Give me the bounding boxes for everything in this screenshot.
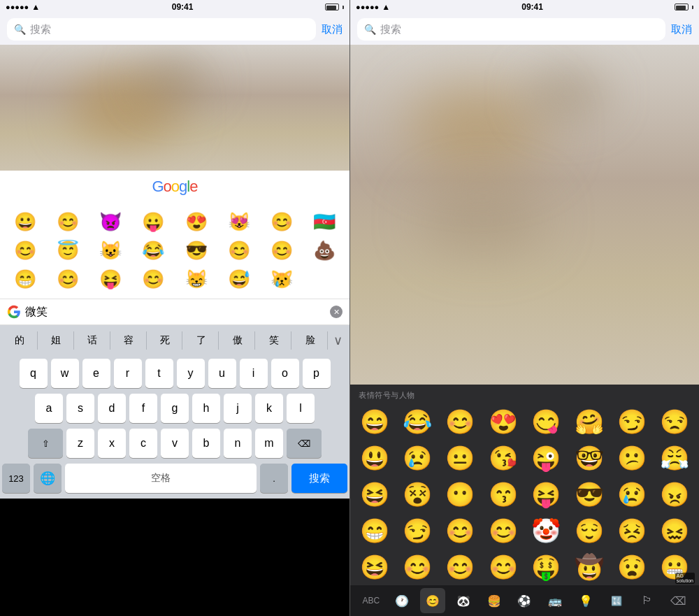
emoji-suggest-10[interactable]: 😇 (47, 237, 88, 264)
shift-key[interactable]: ⇧ (28, 429, 63, 458)
key-x[interactable]: x (98, 429, 126, 458)
emoji-cell-1[interactable]: 😄 (353, 403, 396, 440)
emoji-tb-recent[interactable]: 🕐 (389, 588, 415, 613)
left-search-box[interactable]: 🔍 搜索 (7, 18, 316, 41)
left-cancel-button[interactable]: 取消 (322, 23, 343, 36)
emoji-cell-36[interactable]: 😊 (482, 549, 524, 585)
right-search-box[interactable]: 🔍 搜索 (357, 18, 665, 41)
key-a[interactable]: a (35, 394, 63, 423)
emoji-suggest-9[interactable]: 😊 (4, 237, 45, 264)
emoji-tb-objects[interactable]: 💡 (573, 588, 598, 613)
key-q[interactable]: q (20, 359, 48, 388)
search-key[interactable]: 搜索 (291, 464, 347, 493)
emoji-suggest-3[interactable]: 👿 (90, 208, 131, 236)
key-n[interactable]: n (224, 429, 252, 458)
emoji-cell-38[interactable]: 🤠 (568, 549, 610, 585)
emoji-tb-animal[interactable]: 🐼 (451, 588, 476, 613)
pred-word-8[interactable]: 笑 (257, 331, 291, 350)
emoji-cell-33[interactable]: 😆 (353, 549, 396, 585)
pred-word-1[interactable]: 的 (3, 331, 38, 350)
key-m[interactable]: m (255, 429, 283, 458)
emoji-suggest-17[interactable]: 😁 (4, 266, 45, 293)
emoji-suggest-12[interactable]: 😂 (133, 237, 174, 264)
emoji-suggest-14[interactable]: 😊 (218, 237, 259, 264)
emoji-suggest-18[interactable]: 😊 (47, 266, 88, 293)
emoji-cell-9[interactable]: 😃 (353, 440, 396, 476)
emoji-cell-4[interactable]: 😍 (482, 403, 524, 440)
emoji-cell-13[interactable]: 😜 (525, 440, 568, 476)
emoji-cell-28[interactable]: 😊 (482, 513, 524, 549)
emoji-suggest-7[interactable]: 😊 (261, 208, 303, 236)
emoji-suggest-6[interactable]: 😻 (218, 208, 259, 236)
emoji-cell-19[interactable]: 😶 (439, 476, 482, 513)
emoji-cell-5[interactable]: 😋 (525, 403, 568, 440)
delete-key[interactable]: ⌫ (287, 429, 322, 458)
emoji-cell-39[interactable]: 😧 (610, 549, 653, 585)
expand-predictions-button[interactable]: ∨ (329, 333, 347, 348)
clear-search-button[interactable]: ✕ (330, 306, 343, 318)
key-f[interactable]: f (129, 394, 157, 423)
google-search-input[interactable] (25, 306, 326, 318)
emoji-cell-32[interactable]: 😖 (654, 513, 696, 549)
emoji-tb-face[interactable]: 😊 (420, 588, 445, 613)
right-cancel-button[interactable]: 取消 (671, 23, 692, 36)
key-l[interactable]: l (287, 394, 315, 423)
emoji-suggest-20[interactable]: 😊 (133, 266, 174, 293)
emoji-suggest-8[interactable]: 🇦🇿 (304, 208, 345, 236)
emoji-suggest-2[interactable]: 😊 (47, 208, 88, 236)
key-d[interactable]: d (98, 394, 126, 423)
key-t[interactable]: t (145, 359, 173, 388)
emoji-suggest-23[interactable]: 😿 (261, 266, 303, 293)
emoji-tb-symbols[interactable]: 🔣 (604, 588, 629, 613)
emoji-suggest-4[interactable]: 😛 (133, 208, 174, 236)
emoji-cell-34[interactable]: 😊 (396, 549, 438, 585)
emoji-tb-delete[interactable]: ⌫ (665, 588, 691, 613)
emoji-cell-17[interactable]: 😆 (353, 476, 396, 513)
emoji-suggest-13[interactable]: 😎 (175, 237, 217, 264)
number-key[interactable]: 123 (2, 464, 30, 493)
pred-word-6[interactable]: 了 (184, 331, 219, 350)
period-key[interactable]: . (260, 464, 288, 493)
emoji-cell-25[interactable]: 😁 (353, 513, 396, 549)
emoji-cell-14[interactable]: 🤓 (568, 440, 610, 476)
key-b[interactable]: b (192, 429, 220, 458)
emoji-cell-12[interactable]: 😘 (482, 440, 524, 476)
emoji-suggest-16[interactable]: 💩 (304, 237, 345, 264)
emoji-cell-40[interactable]: 😬 AGsolution (654, 549, 696, 585)
space-key[interactable]: 空格 (65, 464, 257, 493)
emoji-cell-26[interactable]: 😏 (396, 513, 438, 549)
emoji-cell-27[interactable]: 😊 (439, 513, 482, 549)
emoji-suggest-1[interactable]: 😀 (4, 208, 45, 236)
emoji-cell-30[interactable]: 😌 (568, 513, 610, 549)
emoji-cell-3[interactable]: 😊 (439, 403, 482, 440)
emoji-cell-16[interactable]: 😤 (654, 440, 696, 476)
key-i[interactable]: i (240, 359, 268, 388)
key-h[interactable]: h (192, 394, 220, 423)
pred-word-4[interactable]: 容 (112, 331, 147, 350)
emoji-cell-2[interactable]: 😂 (396, 403, 438, 440)
key-c[interactable]: c (129, 429, 157, 458)
emoji-suggest-11[interactable]: 😺 (90, 237, 131, 264)
emoji-tb-abc[interactable]: ABC (359, 588, 384, 613)
pred-word-2[interactable]: 姐 (39, 331, 74, 350)
emoji-cell-23[interactable]: 😢 (610, 476, 653, 513)
emoji-cell-35[interactable]: 😊 (439, 549, 482, 585)
key-v[interactable]: v (161, 429, 189, 458)
emoji-suggest-5[interactable]: 😍 (175, 208, 217, 236)
key-g[interactable]: g (161, 394, 189, 423)
emoji-cell-21[interactable]: 😝 (525, 476, 568, 513)
emoji-cell-10[interactable]: 😢 (396, 440, 438, 476)
globe-key[interactable]: 🌐 (34, 464, 62, 493)
emoji-tb-flags[interactable]: 🏳 (635, 588, 660, 613)
emoji-tb-travel[interactable]: 🚌 (542, 588, 568, 613)
emoji-cell-6[interactable]: 🤗 (568, 403, 610, 440)
key-j[interactable]: j (224, 394, 252, 423)
key-o[interactable]: o (271, 359, 299, 388)
emoji-cell-29[interactable]: 🤡 (525, 513, 568, 549)
emoji-cell-20[interactable]: 😙 (482, 476, 524, 513)
emoji-cell-22[interactable]: 😎 (568, 476, 610, 513)
emoji-cell-15[interactable]: 😕 (610, 440, 653, 476)
key-r[interactable]: r (114, 359, 142, 388)
emoji-cell-11[interactable]: 😐 (439, 440, 482, 476)
emoji-suggest-19[interactable]: 😝 (90, 266, 131, 293)
